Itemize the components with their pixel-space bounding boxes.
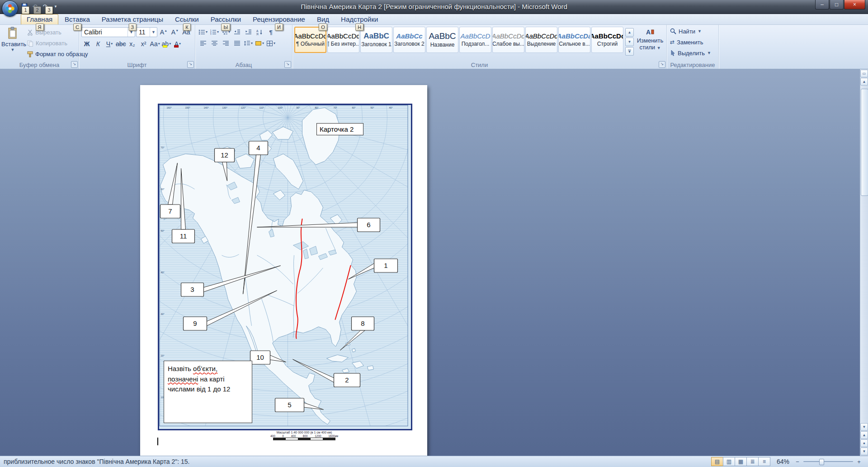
- tab-Вставка[interactable]: ВставкаС: [59, 14, 95, 24]
- map-callout-5[interactable]: 5: [275, 398, 324, 412]
- change-styles-icon: А: [646, 29, 655, 36]
- change-styles-button[interactable]: А Изменить стили ▼: [636, 27, 665, 51]
- style-Подзагол...[interactable]: AaBbCcDПодзагол...: [459, 27, 491, 53]
- select-label: Выделить: [678, 50, 705, 57]
- view-web-layout-button[interactable]: ▦: [735, 457, 747, 466]
- gallery-up-icon[interactable]: ▲: [625, 28, 634, 37]
- zoom-slider-track[interactable]: [803, 461, 853, 462]
- zoom-slider-thumb[interactable]: [819, 459, 824, 465]
- align-left-button[interactable]: [198, 38, 208, 48]
- styles-gallery: AaBbCcDd¶ ОбычныйAaBbCcDd¶ Без интер...A…: [294, 27, 624, 53]
- document-page[interactable]: 160°150°140°130°120°110°100°90°80°70°60°…: [140, 85, 427, 456]
- underline-button[interactable]: Ч▾: [104, 39, 115, 48]
- outdent-button[interactable]: [231, 27, 242, 37]
- scale-title: Масштаб 1:40 000 000 (в 1 см 400 км): [270, 431, 338, 434]
- change-case-button[interactable]: Аа▾: [150, 39, 160, 48]
- select-button[interactable]: Выделить ▼: [670, 48, 715, 58]
- style-Название[interactable]: AaBbCНазвание: [426, 27, 458, 53]
- map-callout-2[interactable]: 2: [293, 359, 360, 387]
- subscript-button[interactable]: х₂: [127, 39, 138, 48]
- style-Слабое вы...[interactable]: AaBbCcDdСлабое вы...: [492, 27, 524, 53]
- sort-button[interactable]: АЯ: [254, 27, 265, 37]
- card-title-box[interactable]: Карточка 2: [316, 123, 363, 135]
- shrink-font-button[interactable]: А▼: [170, 28, 180, 37]
- style-preview: AaBbCcDd: [294, 33, 326, 40]
- zoom-level[interactable]: 64%: [777, 458, 789, 465]
- paste-button[interactable]: Вставить ▼: [1, 25, 24, 61]
- numbering-button[interactable]: 123▾: [209, 27, 220, 37]
- view-outline-button[interactable]: ≣: [746, 457, 759, 466]
- next-page-button[interactable]: ▼: [860, 448, 868, 455]
- style-Заголовок 1[interactable]: AaBbCЗаголовок 1: [360, 27, 392, 53]
- style-name: ¶ Обычный: [296, 41, 325, 47]
- font-size-value: 11: [139, 29, 146, 36]
- gallery-down-icon[interactable]: ▼: [625, 38, 634, 46]
- bold-button[interactable]: Ж: [81, 39, 92, 48]
- font-family-combo[interactable]: Calibri ▼: [81, 27, 135, 37]
- replace-button[interactable]: ⇄ Заменить: [670, 37, 715, 47]
- tab-Надстройки[interactable]: НадстройкиН: [335, 14, 383, 24]
- map-callout-6[interactable]: 6: [257, 218, 380, 232]
- scroll-down-icon[interactable]: ▼: [860, 423, 868, 431]
- grow-font-button[interactable]: А▲: [158, 28, 169, 37]
- map-callout-7[interactable]: 7: [160, 163, 180, 218]
- view-full-screen-reading-button[interactable]: ▥: [723, 457, 735, 466]
- style-Выделение[interactable]: AaBbCcDdВыделение: [525, 27, 557, 53]
- bullets-button[interactable]: ▾: [198, 27, 208, 37]
- text-highlight-button[interactable]: ab▾: [161, 39, 172, 48]
- tab-Рассылки[interactable]: РассылкиЫ: [205, 14, 246, 24]
- font-dialog-launcher-icon[interactable]: ↘: [187, 61, 194, 68]
- style-Строгий[interactable]: AaBbCcDcСтрогий: [591, 27, 623, 53]
- find-button[interactable]: Найти ▼: [670, 26, 715, 36]
- style-preview: AaBbCcD: [461, 33, 491, 40]
- select-browse-object-button[interactable]: ●: [860, 439, 868, 447]
- character-count-status[interactable]: приблизительное число знаков "Північна А…: [4, 458, 189, 465]
- style-Заголовок 2[interactable]: AaBbCcЗаголовок 2: [393, 27, 425, 53]
- find-label: Найти: [679, 28, 695, 35]
- scroll-up-icon[interactable]: ▲: [860, 78, 868, 86]
- style-¶ Без интер...[interactable]: AaBbCcDd¶ Без интер...: [327, 27, 359, 53]
- clipboard-dialog-launcher-icon[interactable]: ↘: [71, 61, 78, 68]
- zoom-in-button[interactable]: +: [856, 458, 862, 465]
- view-print-layout-button[interactable]: ▤: [711, 457, 723, 466]
- font-color-button[interactable]: А▾: [172, 39, 183, 48]
- maximize-button[interactable]: □: [830, 0, 844, 10]
- superscript-button[interactable]: х²: [138, 39, 149, 48]
- previous-page-button[interactable]: ▲: [860, 431, 868, 439]
- tab-Разметка страницы[interactable]: Разметка страницыЗ: [96, 14, 169, 24]
- map-callout-8[interactable]: 8: [340, 317, 374, 350]
- gallery-more-icon[interactable]: ▼: [625, 47, 634, 56]
- line-spacing-button[interactable]: ▾: [243, 38, 254, 48]
- map-callout-3[interactable]: 3: [181, 266, 281, 296]
- strikethrough-button[interactable]: abc: [115, 39, 127, 48]
- style-Сильное в...[interactable]: AaBbCcDaСильное в...: [558, 27, 590, 53]
- tab-Рецензирование[interactable]: РецензированиеИ: [247, 14, 311, 24]
- font-size-combo[interactable]: 11 ▼: [136, 27, 157, 37]
- tab-Главная[interactable]: ГлавнаяЯ: [21, 14, 58, 24]
- paragraph-dialog-launcher-icon[interactable]: ↘: [284, 61, 291, 68]
- office-button[interactable]: [2, 0, 18, 17]
- indent-button[interactable]: [243, 27, 254, 37]
- borders-button[interactable]: ▾: [265, 38, 276, 48]
- close-button[interactable]: ×: [844, 0, 865, 10]
- align-center-button[interactable]: [209, 38, 220, 48]
- styles-dialog-launcher-icon[interactable]: ↘: [659, 61, 665, 68]
- scrollbar-track[interactable]: [861, 86, 868, 422]
- scrollbar-thumb[interactable]: [861, 89, 868, 196]
- minimize-button[interactable]: –: [815, 0, 829, 10]
- map-callout-10[interactable]: 10: [250, 351, 286, 364]
- vertical-scrollbar[interactable]: ▭ ▲ ▼ ▲ ● ▼: [860, 69, 868, 456]
- shading-button[interactable]: ▾: [254, 38, 265, 48]
- zoom-out-button[interactable]: −: [795, 458, 800, 465]
- view-draft-button[interactable]: ≡: [758, 457, 770, 466]
- tab-Вид[interactable]: ВидО: [311, 14, 335, 24]
- italic-button[interactable]: К: [93, 39, 104, 48]
- map-callout-12[interactable]: 12: [215, 148, 235, 181]
- indent-icon: [245, 29, 252, 35]
- justify-button[interactable]: [231, 38, 242, 48]
- ruler-toggle-button[interactable]: ▭: [860, 70, 868, 77]
- map-callout-1[interactable]: 1: [349, 259, 398, 279]
- align-right-button[interactable]: [220, 38, 231, 48]
- tab-Ссылки[interactable]: СсылкиК: [170, 14, 204, 24]
- question-text-box[interactable]: Назвіть об’єкти,позначені на картічислам…: [164, 361, 252, 423]
